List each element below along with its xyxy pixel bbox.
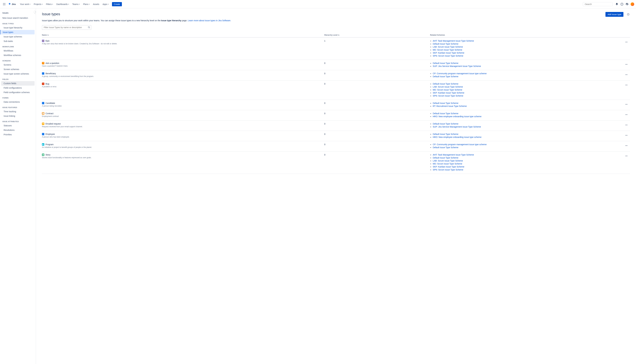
notifications-icon[interactable]	[614, 2, 619, 6]
sidebar-item-sub-tasks[interactable]: Sub-tasks	[1, 39, 34, 44]
scheme-link[interactable]: Default Issue Type Scheme	[433, 75, 458, 78]
more-actions-button[interactable]	[624, 133, 629, 138]
svg-point-34	[627, 114, 627, 115]
sidebar-item-resolutions[interactable]: Resolutions	[1, 128, 34, 132]
scheme-link[interactable]: CP: Community program management issue t…	[433, 143, 486, 146]
filter-input[interactable]	[44, 26, 88, 28]
scheme-link[interactable]: LAB: Scrum Issue Type Scheme	[433, 160, 463, 162]
col-name-header[interactable]: Name⇅	[42, 33, 324, 38]
svg-point-25	[627, 74, 627, 75]
scheme-link[interactable]: Default Issue Type Scheme	[433, 156, 458, 159]
intro-learn-more-link[interactable]: Learn more about issue types in Jira Sof…	[188, 19, 231, 22]
more-actions-button[interactable]	[624, 112, 629, 117]
settings-icon[interactable]	[624, 2, 630, 6]
sidebar-heading: Workflows	[0, 44, 36, 48]
scheme-link[interactable]: LAB: Scrum Issue Type Scheme	[433, 86, 463, 88]
add-issue-type-button[interactable]: Add issue type	[606, 12, 624, 17]
scheme-link[interactable]: MD: Scrum Issue Type Scheme	[433, 49, 462, 51]
hierarchy-level: 0	[324, 60, 430, 70]
more-actions-button[interactable]	[624, 102, 629, 107]
sidebar: Issues New issue search transition Issue…	[0, 8, 36, 364]
nav-item-your-work[interactable]: Your work▾	[18, 2, 32, 6]
scheme-link[interactable]: SKP: Kanban Issue Type Scheme	[433, 52, 464, 54]
sidebar-item-priorities[interactable]: Priorities	[1, 132, 34, 137]
scheme-link[interactable]: SKP: Kanban Issue Type Scheme	[433, 92, 464, 94]
jira-logo[interactable]: Jira	[7, 3, 16, 6]
scheme-link[interactable]: RT: Recruitment Issue Type Scheme	[433, 105, 467, 107]
more-actions-button[interactable]	[624, 62, 629, 67]
scheme-link[interactable]: Default Issue Type Scheme	[433, 43, 458, 45]
page-help-icon[interactable]: ?	[626, 12, 630, 16]
create-button[interactable]: Create	[112, 2, 122, 6]
sidebar-item-field-configurations[interactable]: Field configurations	[1, 86, 34, 90]
scheme-link[interactable]: SPN: Scrum Issue Type Scheme	[433, 94, 463, 97]
scheme-link[interactable]: SUP: Jira Service Management Issue Type …	[433, 65, 481, 67]
scheme-link[interactable]: MD: Scrum Issue Type Scheme	[433, 88, 462, 91]
svg-point-37	[627, 125, 627, 125]
scheme-link[interactable]: MD: Scrum Issue Type Scheme	[433, 162, 462, 165]
scheme-link[interactable]: SKP: Kanban Issue Type Scheme	[433, 166, 464, 168]
sidebar-item-statuses[interactable]: Statuses	[1, 123, 34, 128]
page-title: Issue types	[42, 12, 603, 16]
filter-box[interactable]	[42, 25, 91, 30]
sidebar-item-workflows[interactable]: Workflows	[1, 48, 34, 53]
svg-line-16	[90, 28, 90, 28]
scheme-link[interactable]: Default Issue Type Scheme	[433, 62, 458, 64]
scheme-link[interactable]: SUP: Jira Service Management Issue Type …	[433, 126, 481, 128]
sidebar-item-screens[interactable]: Screens	[1, 62, 34, 67]
sidebar-new-issue-search[interactable]: New issue search transition	[0, 16, 36, 20]
issue-type-description: Employment contract	[42, 115, 323, 118]
scheme-link[interactable]: Default Issue Type Scheme	[433, 82, 458, 85]
scheme-link[interactable]: HRO: New employee onboarding issue type …	[433, 115, 481, 118]
nav-item-filters[interactable]: Filters▾	[44, 2, 54, 6]
more-actions-button[interactable]	[624, 122, 629, 127]
svg-point-39	[626, 135, 626, 136]
nav-item-assets[interactable]: Assets	[92, 2, 101, 6]
chevron-down-icon: ▾	[30, 4, 30, 5]
more-actions-button[interactable]	[624, 143, 629, 148]
more-actions-button[interactable]	[624, 154, 629, 158]
sidebar-item-workflow-schemes[interactable]: Workflow schemes	[1, 53, 34, 58]
nav-item-plans[interactable]: Plans▾	[82, 2, 91, 6]
svg-point-26	[625, 85, 626, 85]
nav-item-teams[interactable]: Teams▾	[71, 2, 81, 6]
scheme-link[interactable]: SPN: Scrum Issue Type Scheme	[433, 55, 463, 57]
col-hierarchy-header[interactable]: Hierarchy Level⇅	[324, 33, 430, 38]
nav-item-dashboards[interactable]: Dashboards▾	[55, 2, 70, 6]
scheme-link[interactable]: AHT: Task Management Issue Type Scheme	[433, 154, 474, 156]
svg-point-42	[626, 145, 626, 146]
col-schemes-header: Related Schemes	[430, 33, 622, 38]
svg-point-30	[626, 104, 626, 104]
app-switcher-icon[interactable]	[2, 2, 6, 6]
scheme-link[interactable]: Default Issue Type Scheme	[433, 102, 458, 104]
sidebar-item-issue-type-screen-schemes[interactable]: Issue type screen schemes	[1, 72, 34, 76]
scheme-link[interactable]: Default Issue Type Scheme	[433, 146, 458, 148]
more-actions-button[interactable]	[624, 82, 629, 88]
hierarchy-level: 0	[324, 151, 430, 174]
scheme-link[interactable]: Default Issue Type Scheme	[433, 122, 458, 125]
user-avatar[interactable]	[630, 2, 634, 6]
sidebar-item-data-connections[interactable]: Data connections	[1, 100, 34, 104]
sidebar-item-issue-linking[interactable]: Issue linking	[1, 114, 34, 118]
more-actions-button[interactable]	[624, 40, 629, 44]
sidebar-item-issue-types[interactable]: Issue types	[0, 30, 34, 34]
scheme-link[interactable]: LAB: Scrum Issue Type Scheme	[433, 46, 463, 48]
sidebar-item-issue-type-schemes[interactable]: Issue type schemes	[1, 34, 34, 39]
scheme-link[interactable]: AHT: Task Management Issue Type Scheme	[433, 40, 474, 42]
more-actions-button[interactable]	[624, 72, 629, 77]
sidebar-item-time-tracking[interactable]: Time tracking	[1, 109, 34, 114]
scheme-link[interactable]: Default Issue Type Scheme	[433, 133, 458, 135]
scheme-link[interactable]: CP: Community program management issue t…	[433, 72, 486, 75]
nav-item-apps[interactable]: Apps▾	[101, 2, 110, 6]
help-icon[interactable]: ?	[620, 2, 624, 6]
sidebar-item-issue-type-hierarchy[interactable]: Issue type hierarchy	[1, 26, 34, 30]
sidebar-item-custom-fields[interactable]: Custom fields	[1, 81, 34, 86]
sidebar-item-field-configuration-schemes[interactable]: Field configuration schemes	[1, 90, 34, 94]
sidebar-item-screen-schemes[interactable]: Screen schemes	[1, 67, 34, 72]
scheme-link[interactable]: Default Issue Type Scheme	[433, 112, 458, 115]
nav-item-projects[interactable]: Projects▾	[32, 2, 44, 6]
global-search[interactable]	[583, 2, 613, 6]
search-input[interactable]	[585, 3, 611, 6]
scheme-link[interactable]: SPN: Scrum Issue Type Scheme	[433, 168, 463, 171]
scheme-link[interactable]: HRO: New employee onboarding issue type …	[433, 136, 481, 138]
